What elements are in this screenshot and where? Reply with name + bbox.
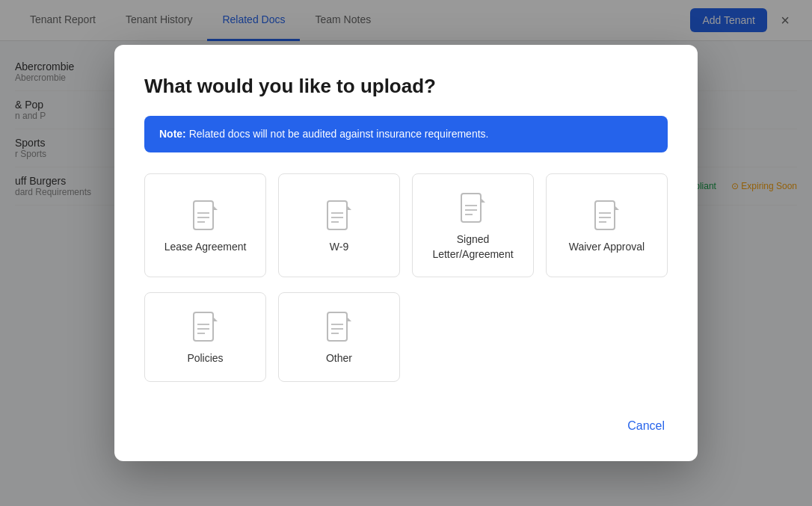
doc-lease-agreement[interactable]: Lease Agreement bbox=[144, 173, 266, 277]
modal-overlay: What would you like to upload? Note: Rel… bbox=[0, 0, 812, 506]
doc-grid-row2: Policies Other bbox=[144, 292, 668, 382]
note-banner: Note: Related docs will not be audited a… bbox=[144, 116, 668, 152]
svg-rect-19 bbox=[194, 312, 213, 341]
doc-label-other: Other bbox=[326, 351, 352, 366]
doc-label-waiver: Waiver Approval bbox=[569, 240, 645, 255]
doc-label-lease: Lease Agreement bbox=[164, 240, 247, 255]
doc-label-w9: W-9 bbox=[330, 240, 348, 255]
svg-rect-3 bbox=[194, 201, 213, 229]
doc-icon-signed bbox=[460, 192, 487, 223]
svg-rect-7 bbox=[327, 201, 347, 229]
doc-signed-letter[interactable]: Signed Letter/Agreement bbox=[412, 173, 534, 277]
doc-icon-lease bbox=[192, 200, 219, 231]
modal-footer: Cancel bbox=[144, 406, 668, 439]
svg-rect-11 bbox=[461, 194, 481, 222]
doc-label-policies: Policies bbox=[187, 351, 223, 366]
doc-waiver-approval[interactable]: Waiver Approval bbox=[546, 173, 668, 277]
upload-modal: What would you like to upload? Note: Rel… bbox=[114, 45, 698, 461]
grid-spacer-2 bbox=[546, 292, 668, 382]
svg-rect-23 bbox=[327, 312, 347, 341]
doc-icon-other bbox=[326, 311, 353, 342]
grid-spacer-1 bbox=[412, 292, 534, 382]
doc-w9[interactable]: W-9 bbox=[278, 173, 400, 277]
note-text: Related docs will not be audited against… bbox=[186, 128, 489, 140]
doc-other[interactable]: Other bbox=[278, 292, 400, 382]
doc-icon-waiver bbox=[594, 200, 621, 231]
doc-label-signed: Signed Letter/Agreement bbox=[425, 232, 521, 262]
doc-icon-w9 bbox=[326, 200, 353, 231]
doc-policies[interactable]: Policies bbox=[144, 292, 266, 382]
doc-grid-row1: Lease Agreement W-9 bbox=[144, 173, 668, 277]
note-prefix: Note: bbox=[159, 128, 186, 140]
modal-title: What would you like to upload? bbox=[144, 75, 668, 98]
doc-icon-policies bbox=[192, 311, 219, 342]
svg-rect-15 bbox=[595, 201, 615, 229]
cancel-button[interactable]: Cancel bbox=[624, 413, 668, 439]
